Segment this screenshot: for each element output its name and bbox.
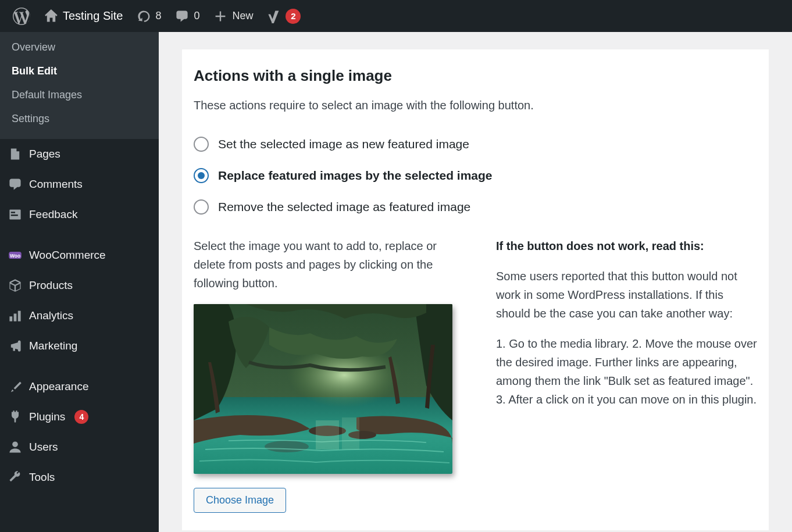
submenu-default-images[interactable]: Default Images	[0, 83, 159, 107]
new-label: New	[232, 10, 253, 22]
plugins-badge: 4	[74, 410, 88, 424]
radio-icon	[194, 199, 209, 215]
help-heading: If the button does not work, read this:	[496, 237, 757, 255]
help-paragraph-2: 1. Go to the media library. 2. Move the …	[496, 334, 757, 409]
sidebar-label: Plugins	[29, 410, 65, 423]
brush-icon	[8, 380, 22, 394]
plus-icon	[213, 9, 227, 23]
woo-icon: Woo	[8, 248, 22, 262]
sidebar-label: Marketing	[29, 340, 77, 352]
sidebar-label: Users	[29, 441, 58, 454]
sidebar-item-marketing[interactable]: Marketing	[0, 331, 159, 361]
svg-rect-5	[9, 316, 12, 321]
sidebar-label: Comments	[29, 178, 83, 191]
sidebar-item-feedback[interactable]: Feedback	[0, 199, 159, 230]
radio-label: Remove the selected image as featured im…	[218, 200, 470, 214]
user-icon	[8, 440, 22, 454]
sidebar-item-users[interactable]: Users	[0, 432, 159, 462]
adminbar-comments[interactable]: 0	[168, 0, 206, 32]
radio-label: Set the selected image as new featured i…	[218, 137, 469, 151]
radio-label: Replace featured images by the selected …	[218, 169, 493, 183]
svg-rect-16	[342, 417, 359, 449]
sidebar-item-woocommerce[interactable]: Woo WooCommerce	[0, 240, 159, 270]
svg-rect-7	[18, 311, 21, 322]
adminbar-updates[interactable]: 8	[130, 0, 168, 32]
sidebar-item-pages[interactable]: Pages	[0, 139, 159, 169]
radio-icon	[194, 168, 209, 183]
adminbar-site-name[interactable]: Testing Site	[37, 0, 130, 32]
sidebar-label: Appearance	[29, 380, 88, 393]
box-icon	[8, 279, 22, 292]
sidebar-item-products[interactable]: Products	[0, 270, 159, 301]
section-title: Actions with a single image	[194, 67, 757, 85]
content-margin	[769, 49, 792, 532]
megaphone-icon	[8, 339, 22, 353]
plug-icon	[8, 410, 22, 424]
left-column: Select the image you want to add to, rep…	[194, 237, 461, 513]
svg-rect-1	[11, 212, 15, 213]
submenu-overview[interactable]: Overview	[0, 35, 159, 59]
comments-count: 0	[194, 10, 199, 22]
sidebar-item-plugins[interactable]: Plugins 4	[0, 402, 159, 432]
content-area: Actions with a single image These action…	[159, 32, 792, 532]
submenu-bulk-edit[interactable]: Bulk Edit	[0, 59, 159, 83]
radio-replace-featured[interactable]: Replace featured images by the selected …	[194, 160, 757, 191]
select-image-text: Select the image you want to add to, rep…	[194, 237, 461, 292]
admin-sidebar: Overview Bulk Edit Default Images Settin…	[0, 32, 159, 532]
update-icon	[137, 9, 151, 23]
adminbar-new[interactable]: New	[206, 0, 260, 32]
wrench-icon	[8, 470, 22, 484]
sidebar-item-analytics[interactable]: Analytics	[0, 301, 159, 331]
radio-icon	[194, 137, 209, 152]
feedback-icon	[8, 208, 22, 222]
svg-point-8	[12, 441, 18, 447]
sidebar-label: Analytics	[29, 309, 73, 322]
svg-rect-2	[11, 215, 18, 216]
svg-rect-6	[14, 313, 17, 321]
sidebar-label: Feedback	[29, 208, 77, 221]
updates-count: 8	[155, 10, 161, 22]
sidebar-label: Pages	[29, 148, 60, 160]
yoast-icon	[267, 9, 281, 23]
radio-remove-featured[interactable]: Remove the selected image as featured im…	[194, 191, 757, 223]
page-icon	[8, 147, 22, 161]
site-name-label: Testing Site	[63, 9, 123, 23]
help-paragraph-1: Some users reported that this button wou…	[496, 267, 757, 323]
sidebar-item-comments[interactable]: Comments	[0, 169, 159, 199]
radio-set-featured[interactable]: Set the selected image as new featured i…	[194, 128, 757, 160]
sidebar-item-appearance[interactable]: Appearance	[0, 372, 159, 402]
section-intro: These actions require to select an image…	[194, 99, 757, 112]
image-preview	[194, 304, 452, 474]
svg-point-14	[265, 441, 309, 452]
comment-icon	[8, 177, 22, 191]
choose-image-button[interactable]: Choose Image	[194, 488, 286, 513]
sidebar-label: WooCommerce	[29, 249, 106, 262]
svg-rect-15	[316, 420, 339, 449]
sidebar-label: Tools	[29, 471, 55, 484]
sidebar-submenu: Overview Bulk Edit Default Images Settin…	[0, 32, 159, 139]
wp-logo[interactable]	[6, 0, 37, 32]
svg-text:Woo: Woo	[10, 253, 20, 259]
submenu-settings[interactable]: Settings	[0, 107, 159, 131]
sidebar-item-tools[interactable]: Tools	[0, 462, 159, 492]
yoast-badge: 2	[286, 9, 301, 24]
comment-icon	[175, 9, 189, 23]
chart-icon	[8, 309, 22, 323]
sidebar-label: Products	[29, 279, 73, 292]
adminbar-yoast[interactable]: 2	[260, 0, 308, 32]
right-column: If the button does not work, read this: …	[496, 237, 757, 513]
admin-toolbar: Testing Site 8 0 New 2	[0, 0, 792, 32]
home-icon	[44, 9, 58, 23]
